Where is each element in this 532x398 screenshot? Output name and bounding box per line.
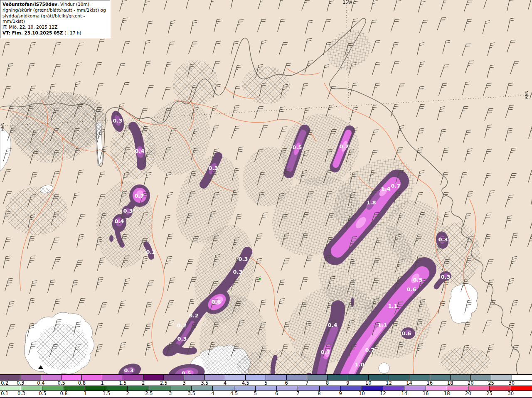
scale-tick-label: 8 bbox=[318, 391, 320, 396]
parallel-label-right: 66N bbox=[525, 91, 529, 99]
scale-segment bbox=[213, 386, 234, 391]
scale-segment bbox=[128, 386, 149, 391]
scale-segment bbox=[266, 375, 286, 380]
scale-tick-label: 2 bbox=[126, 391, 129, 396]
precip-value-label: 1.1 bbox=[377, 322, 387, 328]
map-graphics: 0.30.40.30.50.70.70.30.40.21.40.71.80.30… bbox=[0, 0, 532, 374]
scale-tick-label: 5 bbox=[254, 391, 257, 396]
scale-tick-label: 3 bbox=[182, 380, 185, 386]
precip-value-label: 0.3 bbox=[113, 118, 122, 124]
scale-segment bbox=[106, 386, 128, 391]
scale-tick-label: 0.5 bbox=[39, 391, 46, 396]
precip-value-label: 0.2 bbox=[177, 322, 186, 329]
precip-value-label: 0.3 bbox=[441, 274, 450, 280]
scale-segment bbox=[409, 375, 430, 380]
scale-tick-label: 4 bbox=[224, 380, 227, 386]
scale-tick-label: 7 bbox=[305, 380, 308, 386]
precip-value-label: 1.4 bbox=[381, 186, 390, 192]
scale-tick-label: 6 bbox=[285, 380, 288, 386]
precip-value-label: 0.7 bbox=[391, 183, 400, 189]
scale-segment bbox=[468, 386, 490, 391]
scale-tick-label: 1.5 bbox=[119, 380, 126, 386]
scale-segment bbox=[287, 375, 307, 380]
scale-tick-label: 14 bbox=[401, 391, 407, 396]
scale-segment bbox=[451, 375, 471, 380]
scale-tick-label: 1.5 bbox=[103, 391, 110, 396]
hatch-patch bbox=[37, 324, 88, 370]
scale-tick-label: 0.4 bbox=[37, 380, 44, 386]
product-name: Veðurstofan/IS750dev bbox=[2, 2, 57, 7]
scale-tick-label: 18 bbox=[447, 380, 453, 386]
scale-tick-label: 25 bbox=[488, 380, 494, 386]
precip-value-label: 0.3 bbox=[438, 236, 448, 243]
title-line-4: IT: Mið. 22. 10. 2025 12Z bbox=[2, 25, 107, 30]
scale-tick-label: 3.5 bbox=[188, 391, 195, 396]
precip-value-label: 0.5 bbox=[181, 370, 191, 374]
scale-segment bbox=[298, 386, 319, 391]
scale-segment bbox=[0, 375, 20, 380]
scale-segment bbox=[426, 386, 447, 391]
precip-value-label: 1.1 bbox=[388, 303, 397, 309]
scale-segment bbox=[320, 386, 341, 391]
valid-time: VT: Fim. 23.10.2025 05Z bbox=[2, 30, 63, 35]
glacier bbox=[379, 363, 389, 373]
precip-value-label: 0.3 bbox=[123, 208, 133, 214]
scale-segment bbox=[512, 375, 532, 380]
precip-blob bbox=[109, 235, 113, 242]
sleet-snow-colorbar-labels: 0.20.30.40.50.811.522.533.544.5567891012… bbox=[0, 381, 532, 386]
meridian-label: 15W bbox=[343, 0, 352, 5]
hatch-patch bbox=[172, 60, 218, 106]
scale-segment bbox=[404, 386, 426, 391]
scale-tick-label: 0.3 bbox=[17, 380, 24, 386]
scale-segment bbox=[490, 386, 511, 391]
scale-tick-label: 16 bbox=[426, 380, 433, 386]
scale-segment bbox=[341, 386, 362, 391]
scale-tick-label: 8 bbox=[326, 380, 329, 386]
precip-value-label: 0.6 bbox=[406, 286, 416, 292]
precip-value-label: 0.7 bbox=[339, 143, 349, 150]
scale-tick-label: 3 bbox=[169, 391, 172, 396]
scale-tick-label: 20 bbox=[465, 391, 471, 396]
scale-tick-label: 10 bbox=[365, 380, 372, 386]
scale-tick-label: 0.2 bbox=[1, 380, 8, 386]
scale-segment bbox=[307, 375, 328, 380]
scale-segment bbox=[82, 375, 102, 380]
rain-colorbar bbox=[0, 386, 532, 391]
scale-tick-label: 20 bbox=[468, 380, 474, 386]
title-line-1: Veðurstofan/IS750dev: Vindur (10m), bbox=[2, 2, 107, 7]
scale-segment bbox=[20, 375, 41, 380]
precip-value-label: 0.4 bbox=[114, 218, 124, 224]
scale-tick-label: 25 bbox=[486, 391, 493, 396]
precip-value-label: 0.3 bbox=[238, 256, 248, 262]
title-line-3: slydda/snjókoma (grátt/bleikt/grænt - mm… bbox=[2, 13, 107, 25]
scale-segment bbox=[0, 386, 21, 391]
scale-segment bbox=[62, 375, 82, 380]
scale-segment bbox=[234, 386, 256, 391]
scale-tick-label: 7 bbox=[296, 391, 299, 396]
scale-segment bbox=[225, 375, 246, 380]
scale-segment bbox=[447, 386, 468, 391]
sleet-snow-colorbar bbox=[0, 374, 532, 381]
precip-value-label: 0.6 bbox=[401, 330, 411, 337]
scale-tick-label: 9 bbox=[346, 380, 349, 386]
scale-segment bbox=[277, 386, 298, 391]
scale-tick-label: 12 bbox=[380, 391, 386, 396]
scale-segment bbox=[205, 375, 225, 380]
scale-tick-label: 1 bbox=[101, 380, 104, 386]
scale-tick-label: 18 bbox=[444, 391, 450, 396]
scale-tick-label: 3.5 bbox=[201, 380, 208, 386]
scale-tick-label: 1 bbox=[84, 391, 86, 396]
precip-value-label: 0.2 bbox=[146, 249, 155, 255]
scale-segment bbox=[369, 375, 389, 380]
scale-segment bbox=[64, 386, 85, 391]
scale-tick-label: 0.8 bbox=[60, 391, 67, 396]
precip-value-label: 1.0 bbox=[355, 361, 364, 368]
scale-tick-label: 14 bbox=[406, 380, 412, 386]
scale-tick-label: 2 bbox=[142, 380, 145, 386]
scale-segment bbox=[42, 386, 64, 391]
parallel-label-left: 66N bbox=[0, 123, 5, 131]
scale-tick-label: 2.5 bbox=[160, 380, 167, 386]
precip-value-label: 0.3 bbox=[177, 336, 187, 342]
scale-segment bbox=[192, 386, 213, 391]
precip-value-label: 0.7 bbox=[320, 349, 330, 355]
